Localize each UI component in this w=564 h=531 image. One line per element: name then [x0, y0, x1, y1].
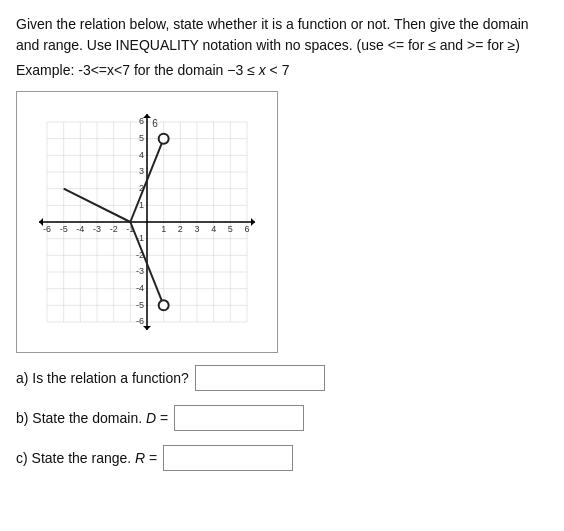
graph-container [16, 91, 276, 351]
graph-canvas [16, 91, 278, 353]
question-c-row: c) State the range. R = [16, 445, 548, 471]
instruction-text: Given the relation below, state whether … [16, 16, 529, 53]
instructions: Given the relation below, state whether … [16, 14, 548, 81]
example-text: -3<=x<7 for the domain −3 ≤ x < 7 [78, 62, 289, 78]
question-a-input[interactable] [195, 365, 325, 391]
question-a-row: a) Is the relation a function? [16, 365, 548, 391]
question-a-label: a) Is the relation a function? [16, 370, 189, 386]
question-c-label: c) State the range. R = [16, 450, 157, 466]
question-b-label: b) State the domain. D = [16, 410, 168, 426]
question-b-row: b) State the domain. D = [16, 405, 548, 431]
example-line: Example: -3<=x<7 for the domain −3 ≤ x <… [16, 60, 548, 81]
question-c-input[interactable] [163, 445, 293, 471]
question-b-input[interactable] [174, 405, 304, 431]
example-label: Example: [16, 62, 78, 78]
